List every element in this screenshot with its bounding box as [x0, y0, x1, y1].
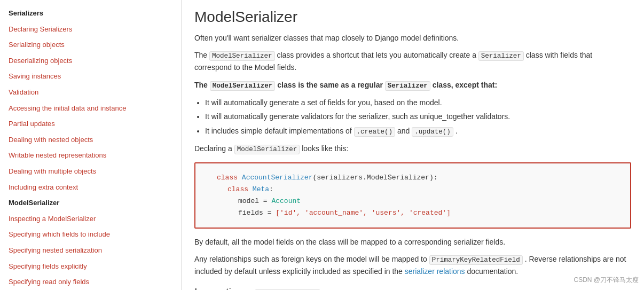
para1-pre: The [194, 51, 207, 59]
sidebar-item-model-serializer[interactable]: ModelSerializer [0, 195, 181, 211]
bullet3-code1: .create() [354, 127, 396, 137]
sidebar-link-validation[interactable]: Validation [9, 88, 38, 96]
sidebar-item-including-extra-context[interactable]: Including extra context [0, 179, 181, 195]
declaring-paragraph: Declaring a ModelSerializer looks like t… [194, 143, 631, 155]
sidebar-link-saving-instances[interactable]: Saving instances [9, 72, 61, 80]
code-model-field: model [238, 197, 259, 205]
sidebar-link-declaring-serializers[interactable]: Declaring Serializers [9, 25, 72, 33]
sidebar-item-specifying-fields-explicitly[interactable]: Specifying fields explicitly [0, 258, 181, 275]
sidebar-link-dealing-multiple-objects[interactable]: Dealing with multiple objects [9, 167, 96, 175]
code-meta-name: Meta [253, 185, 269, 193]
serializer-relations-link[interactable]: serializer relations [405, 267, 465, 276]
declaring-code: ModelSerializer [234, 145, 300, 154]
watermark: CSDN @刀不锋马太瘦 [574, 276, 639, 285]
code-args: (serializers.ModelSerializer): [312, 174, 437, 182]
relationships-paragraph: Any relationships such as foreign keys o… [194, 253, 631, 277]
code-fields-field: fields [238, 209, 263, 217]
after-code-paragraph: By default, all the model fields on the … [194, 236, 631, 248]
features-list: It will automatically generate a set of … [205, 97, 631, 137]
bullet-3: It includes simple default implementatio… [205, 125, 631, 137]
bullet-1: It will automatically generate a set of … [205, 97, 631, 108]
sidebar: SerializersDeclaring SerializersSerializ… [0, 0, 182, 290]
bold-sentence: The ModelSerializer class is the same as… [194, 79, 631, 91]
relationships-code: PrimaryKeyRelatedField [429, 255, 523, 265]
sidebar-item-specifying-fields-include[interactable]: Specifying which fields to include [0, 226, 181, 242]
code-class-kw: class [217, 174, 238, 182]
sidebar-item-accessing-initial-data[interactable]: Accessing the initial data and instance [0, 100, 181, 116]
sidebar-link-serializers[interactable]: Serializers [9, 9, 43, 17]
sidebar-item-inspecting-model-serializer[interactable]: Inspecting a ModelSerializer [0, 211, 181, 227]
section2-title: Inspecting a ModelSerializer [194, 286, 631, 290]
paragraph1: The ModelSerializer class provides a sho… [194, 49, 631, 73]
sidebar-link-model-serializer[interactable]: ModelSerializer [9, 199, 59, 207]
sidebar-item-validation[interactable]: Validation [0, 84, 181, 100]
sidebar-link-dealing-nested-objects[interactable]: Dealing with nested objects [9, 136, 93, 144]
bold-pre: The [194, 81, 208, 89]
code-block: class AccountSerializer(serializers.Mode… [194, 162, 631, 229]
sidebar-item-declaring-serializers[interactable]: Declaring Serializers [0, 21, 181, 37]
sidebar-item-deserializing-objects[interactable]: Deserializing objects [0, 53, 181, 69]
sidebar-item-serializers[interactable]: Serializers [0, 5, 181, 21]
sidebar-item-specifying-nested-serialization[interactable]: Specifying nested serialization [0, 242, 181, 258]
bold-post: class, except that: [433, 81, 497, 89]
code-meta-colon: : [269, 185, 273, 193]
sidebar-link-specifying-read-only-fields[interactable]: Specifying read only fields [9, 278, 89, 286]
sidebar-link-inspecting-model-serializer[interactable]: Inspecting a ModelSerializer [9, 215, 96, 223]
code-model-val: Account [271, 197, 301, 205]
sidebar-item-serializing-objects[interactable]: Serializing objects [0, 37, 181, 53]
bullet3-code2: .update() [412, 127, 453, 137]
code-line-1: class AccountSerializer(serializers.Mode… [206, 172, 619, 184]
code-line-4: fields = ['id', 'account_name', 'users',… [206, 207, 619, 219]
sidebar-item-specifying-read-only-fields[interactable]: Specifying read only fields [0, 274, 181, 290]
sidebar-item-writable-nested[interactable]: Writable nested representations [0, 147, 181, 163]
sidebar-link-including-extra-context[interactable]: Including extra context [9, 183, 78, 191]
code-classname: AccountSerializer [242, 174, 313, 182]
bold-code2: Serializer [385, 81, 430, 91]
sidebar-item-partial-updates[interactable]: Partial updates [0, 116, 181, 132]
sidebar-item-saving-instances[interactable]: Saving instances [0, 68, 181, 84]
code-meta-kw: class [227, 185, 248, 193]
bullet-2: It will automatically generate validator… [205, 111, 631, 122]
para1-code2: Serializer [478, 51, 524, 61]
para1-mid: class provides a shortcut that lets you … [277, 51, 476, 59]
page-title: ModelSerializer [194, 9, 631, 26]
sidebar-item-dealing-multiple-objects[interactable]: Dealing with multiple objects [0, 163, 181, 179]
sidebar-link-partial-updates[interactable]: Partial updates [9, 120, 55, 128]
sidebar-link-accessing-initial-data[interactable]: Accessing the initial data and instance [9, 104, 126, 112]
main-content: ModelSerializer Often you'll want serial… [182, 0, 644, 290]
intro-paragraph: Often you'll want serializer classes tha… [194, 32, 631, 44]
sidebar-link-deserializing-objects[interactable]: Deserializing objects [9, 57, 72, 65]
sidebar-link-specifying-fields-explicitly[interactable]: Specifying fields explicitly [9, 262, 87, 270]
para1-code1: ModelSerializer [209, 51, 275, 61]
sidebar-link-specifying-nested-serialization[interactable]: Specifying nested serialization [9, 246, 102, 254]
bold-mid: class is the same as a regular [277, 81, 383, 89]
sidebar-link-specifying-fields-include[interactable]: Specifying which fields to include [9, 230, 110, 238]
code-line-2: class Meta: [206, 184, 619, 195]
code-line-3: model = Account [206, 195, 619, 207]
intro-text: Often you'll want serializer classes tha… [194, 34, 459, 42]
code-fields-val: ['id', 'account_name', 'users', 'created… [276, 209, 451, 217]
sidebar-link-writable-nested[interactable]: Writable nested representations [9, 151, 106, 159]
sidebar-item-dealing-nested-objects[interactable]: Dealing with nested objects [0, 132, 181, 148]
sidebar-link-serializing-objects[interactable]: Serializing objects [9, 41, 65, 49]
bold-code1: ModelSerializer [210, 81, 276, 91]
